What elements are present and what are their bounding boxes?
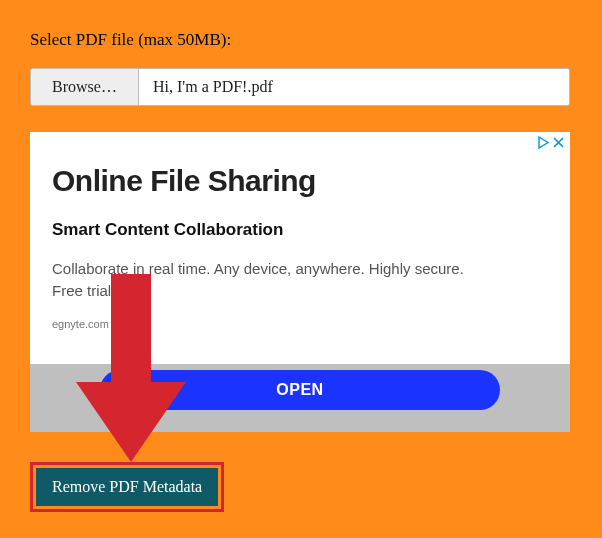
adchoices-icon[interactable] [537,136,550,149]
ad-domain: egnyte.com [52,318,548,330]
selected-filename-input[interactable] [139,69,569,105]
file-input-row: Browse… [30,68,570,106]
ad-content: Online File Sharing Smart Content Collab… [30,132,570,364]
adchoices-controls [537,136,564,149]
ad-description: Collaborate in real time. Any device, an… [52,258,548,302]
ad-desc-line1: Collaborate in real time. Any device, an… [52,260,464,277]
ad-desc-line2: Free trial! [52,282,115,299]
file-select-label: Select PDF file (max 50MB): [30,30,572,50]
close-icon[interactable] [553,137,564,148]
ad-subtitle: Smart Content Collaboration [52,220,548,240]
ad-open-button[interactable]: OPEN [100,370,500,410]
remove-metadata-button[interactable]: Remove PDF Metadata [36,468,218,506]
browse-button[interactable]: Browse… [31,69,139,105]
ad-title: Online File Sharing [52,164,548,198]
action-highlight-box: Remove PDF Metadata [30,462,224,512]
ad-container: Online File Sharing Smart Content Collab… [30,132,570,432]
